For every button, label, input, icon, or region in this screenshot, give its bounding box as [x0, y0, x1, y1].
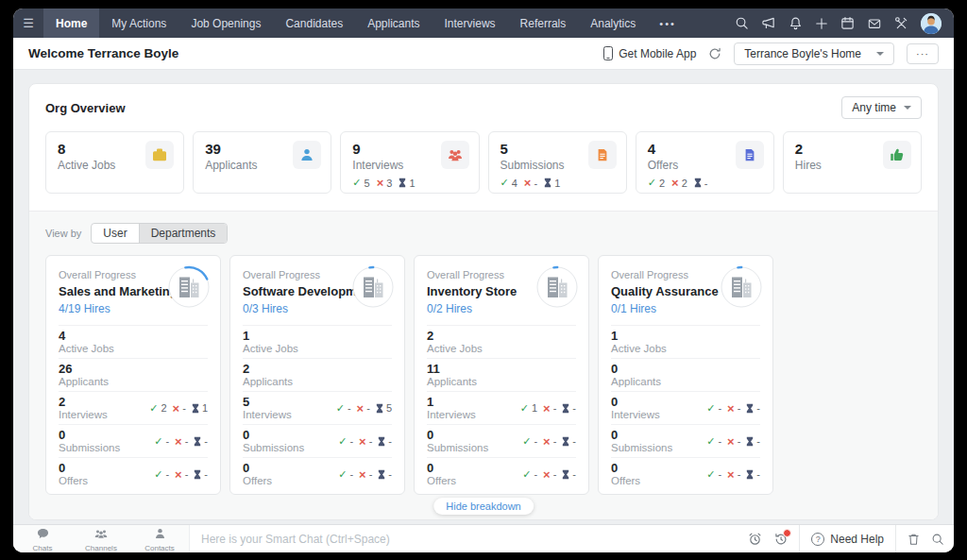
metric-value: 1 — [427, 395, 476, 409]
metric-label: Applicants — [59, 376, 109, 388]
tab-home[interactable]: Home — [43, 8, 99, 38]
stat-card-interviews[interactable]: 9 Interviews ✓5 ×3 1 — [340, 131, 479, 194]
cross-count: - — [369, 435, 373, 447]
hide-breakdown-button[interactable]: Hide breakdown — [433, 498, 534, 515]
metric-value: 0 — [611, 362, 661, 376]
check-icon: ✓ — [149, 402, 158, 415]
metric-value: 26 — [59, 362, 109, 376]
tab-referrals[interactable]: Referrals — [508, 8, 579, 38]
user-avatar[interactable] — [921, 13, 942, 34]
metric-label: Applicants — [427, 376, 477, 388]
metric-breakdown: ✓- ×- - — [338, 435, 392, 448]
stat-card-active-jobs[interactable]: 8 Active Jobs — [45, 131, 184, 194]
channels-button[interactable]: Channels — [72, 525, 130, 552]
get-mobile-app-button[interactable]: Get Mobile App — [603, 46, 696, 60]
plus-icon[interactable] — [815, 17, 828, 30]
home-view-selector[interactable]: Terrance Boyle's Home — [734, 42, 894, 65]
stat-breakdown: ✓2 ×2 - — [648, 177, 762, 189]
smart-chat-input[interactable] — [190, 525, 738, 552]
metric-row: 0 Applicants ✓ × — [611, 358, 760, 391]
pending-count: - — [704, 178, 708, 189]
metric-label: Applicants — [611, 376, 661, 388]
org-overview-title: Org Overview — [45, 101, 126, 115]
contacts-button[interactable]: Contacts — [130, 525, 189, 552]
department-metrics: 1 Active Jobs ✓ × — [243, 325, 392, 490]
metric-value: 0 — [427, 428, 488, 442]
mail-icon[interactable] — [867, 17, 882, 30]
metric-label: Interviews — [243, 409, 292, 421]
metric-label: Offers — [243, 475, 272, 487]
cross-count: 3 — [386, 178, 392, 189]
metric-value: 0 — [59, 428, 120, 442]
tab-my-actions[interactable]: My Actions — [99, 8, 178, 38]
metric-value: 0 — [611, 428, 672, 442]
tab-applicants[interactable]: Applicants — [355, 8, 432, 38]
cross-count: - — [369, 468, 373, 480]
refresh-icon[interactable] — [708, 47, 721, 60]
hires-link[interactable]: 0/2 Hires — [427, 302, 472, 315]
hamburger-menu-icon[interactable]: ☰ — [13, 8, 43, 38]
metric-value: 1 — [611, 329, 667, 343]
metric-row: 5 Interviews ✓- ×- 5 — [243, 391, 392, 424]
check-icon: ✓ — [706, 402, 715, 415]
pending-count: 1 — [409, 178, 415, 189]
bell-icon[interactable] — [789, 16, 803, 30]
check-icon: ✓ — [706, 435, 715, 448]
history-icon[interactable] — [773, 532, 788, 546]
metric-label: Interviews — [59, 409, 108, 421]
pending-count: - — [388, 435, 392, 447]
stat-card-submissions[interactable]: 5 Submissions ✓4 ×- 1 — [488, 131, 627, 194]
department-card[interactable]: Overall Progress Software Development 0/… — [229, 255, 405, 495]
header-more-button[interactable]: ··· — [907, 43, 939, 64]
metric-row: 2 Interviews ✓2 ×- 1 — [59, 391, 208, 424]
breakdown-section: View by User Departments Overall Progres… — [29, 211, 938, 519]
department-card[interactable]: Overall Progress Sales and Marketing 4/1… — [45, 255, 221, 495]
tab-interviews[interactable]: Interviews — [433, 8, 508, 38]
people-icon — [441, 141, 469, 169]
stat-card-hires[interactable]: 2 Hires — [783, 131, 922, 194]
search-icon[interactable] — [735, 16, 749, 30]
hourglass-icon — [378, 436, 385, 447]
metric-row: 0 Submissions ✓- ×- - — [611, 424, 760, 457]
chats-button[interactable]: Chats — [13, 525, 72, 552]
metric-label: Offers — [59, 475, 88, 487]
hourglass-icon — [746, 403, 754, 414]
stat-card-offers[interactable]: 4 Offers ✓2 ×2 - — [636, 131, 774, 194]
view-by-option-user[interactable]: User — [92, 224, 138, 243]
megaphone-icon[interactable] — [761, 16, 776, 30]
metric-value: 2 — [59, 395, 108, 409]
cross-icon: × — [357, 403, 365, 414]
check-icon: ✓ — [522, 435, 531, 448]
department-card[interactable]: Overall Progress Quality Assurance 0/1 H… — [598, 255, 773, 495]
stat-card-applicants[interactable]: 39 Applicants — [193, 131, 331, 194]
trash-icon[interactable] — [908, 533, 920, 546]
hires-link[interactable]: 4/19 Hires — [59, 302, 110, 315]
metric-row: 0 Submissions ✓- ×- - — [243, 424, 392, 457]
check-count: 4 — [512, 178, 517, 189]
tab-candidates[interactable]: Candidates — [273, 8, 355, 38]
alarm-icon[interactable] — [748, 532, 762, 546]
search-icon[interactable] — [931, 533, 944, 546]
need-help-button[interactable]: ? Need Help — [799, 525, 896, 552]
time-filter-dropdown[interactable]: Any time — [841, 96, 922, 119]
org-overview-panel: Org Overview Any time 8 Active Jobs — [28, 83, 939, 520]
cross-icon: × — [175, 436, 182, 447]
thumbs-up-icon — [883, 141, 911, 169]
hires-link[interactable]: 0/1 Hires — [611, 302, 656, 315]
metric-label: Submissions — [611, 442, 672, 454]
nav-more-tabs-button[interactable]: ••• — [648, 8, 687, 38]
hires-link[interactable]: 0/3 Hires — [243, 302, 288, 315]
tab-analytics[interactable]: Analytics — [578, 8, 648, 38]
check-icon: ✓ — [154, 468, 162, 481]
view-by-option-departments[interactable]: Departments — [139, 224, 228, 243]
tab-job-openings[interactable]: Job Openings — [178, 8, 273, 38]
calendar-icon[interactable] — [840, 16, 855, 30]
check-icon: ✓ — [522, 468, 531, 481]
metric-value: 0 — [243, 428, 304, 442]
cross-icon: × — [359, 469, 366, 480]
document-icon — [588, 141, 617, 169]
department-card[interactable]: Overall Progress Inventory Store 0/2 Hir… — [414, 255, 589, 495]
building-progress-icon — [535, 265, 579, 313]
tools-icon[interactable] — [894, 16, 908, 30]
metric-label: Submissions — [59, 442, 120, 454]
